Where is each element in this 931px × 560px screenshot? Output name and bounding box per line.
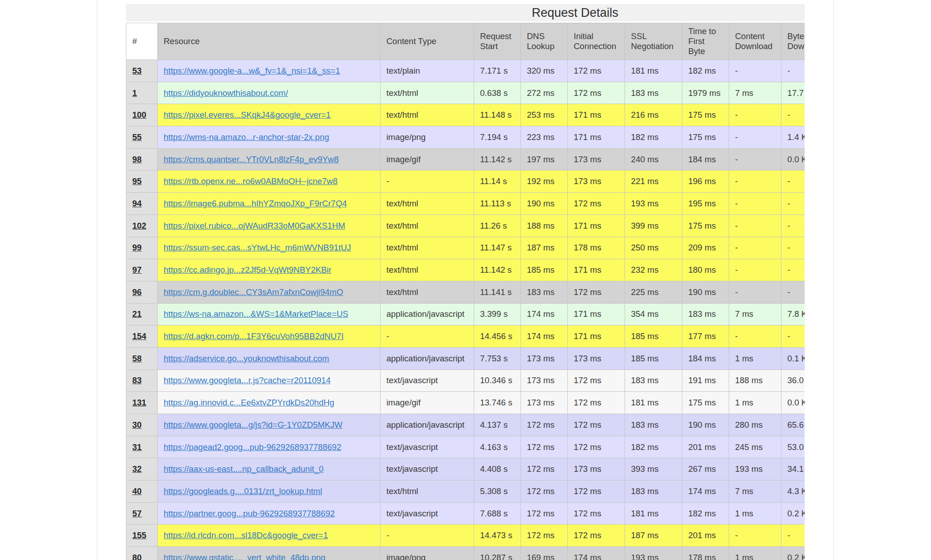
resource-link[interactable]: https://cm.g.doublec...CY3sAm7afxnCowji9… xyxy=(164,287,343,297)
content-download-cell: - xyxy=(729,126,781,149)
request-start-cell: 7.688 s xyxy=(474,502,521,525)
resource-link[interactable]: https://pixel.everes...SKqkJ4&google_cve… xyxy=(164,110,331,120)
table-row: 58https://adservice.go...youknowthisabou… xyxy=(126,347,805,370)
request-number-link[interactable]: 30 xyxy=(132,420,142,430)
request-start-cell: 4.163 s xyxy=(474,436,521,458)
resource-link[interactable]: https://googleads.g....0131/zrt_lookup.h… xyxy=(164,486,322,496)
request-start-cell: 11.26 s xyxy=(474,215,521,237)
request-number-cell: 1 xyxy=(126,82,158,104)
time-to-first-byte-cell: 201 ms xyxy=(682,436,729,458)
content-download-cell: 1 ms xyxy=(729,502,781,525)
time-to-first-byte-cell: 267 ms xyxy=(682,458,729,480)
resource-link[interactable]: https://rtb.openx.ne...ro6w0ABMoOH--jcne… xyxy=(164,176,338,186)
request-details-viewport: Request Details # Resource Content Type … xyxy=(126,0,805,560)
time-to-first-byte-cell: 175 ms xyxy=(682,126,729,149)
col-header-time-to-first-byte: Time to First Byte xyxy=(682,23,729,60)
content-type-cell: text/html xyxy=(380,104,474,126)
table-row: 96https://cm.g.doublec...CY3sAm7afxnCowj… xyxy=(126,281,805,303)
request-number-link[interactable]: 55 xyxy=(132,132,142,142)
resource-link[interactable]: https://ag.innovid.c...Ee6xtvZPYrdkDs20h… xyxy=(164,398,334,407)
request-start-cell: 10.287 s xyxy=(474,547,521,560)
resource-link[interactable]: https://partner.goog...pub-9629268937788… xyxy=(164,509,335,518)
ssl-negotiation-cell: 240 ms xyxy=(625,148,682,170)
request-number-link[interactable]: 1 xyxy=(132,88,137,98)
resource-link[interactable]: https://d.agkn.com/p...1F3Y6cuVoh95BB2dN… xyxy=(164,331,344,341)
resource-link[interactable]: https://pixel.rubico...ojWAudR33oM0GaKXS… xyxy=(164,221,345,230)
request-number-link[interactable]: 80 xyxy=(132,553,142,560)
table-row: 155https://id.rlcdn.com...sl18Dc&google_… xyxy=(126,525,805,547)
resource-link[interactable]: https://pagead2.goog...pub-9629268937788… xyxy=(164,442,341,452)
resource-link[interactable]: https://aax-us-east....np_callback_aduni… xyxy=(164,464,324,474)
resource-link[interactable]: https://id.rlcdn.com...sl18Dc&google_cve… xyxy=(164,530,328,540)
request-start-cell: 14.473 s xyxy=(474,525,521,547)
content-download-cell: 1 ms xyxy=(729,347,781,370)
resource-link[interactable]: https://ssum-sec.cas...sYtwLHc_m6mWVNB91… xyxy=(164,243,351,252)
resource-cell: https://didyouknowthisabout.com/ xyxy=(158,82,380,104)
content-type-cell: text/html xyxy=(380,259,474,281)
dns-lookup-cell: 172 ms xyxy=(521,414,568,436)
request-number-link[interactable]: 155 xyxy=(132,530,146,540)
request-number-link[interactable]: 40 xyxy=(132,486,142,496)
bytes-downloaded-cell: - xyxy=(781,237,805,259)
request-start-cell: 10.346 s xyxy=(474,370,521,392)
resource-link[interactable]: https://image6.pubma...hIhYZmqoJXp_F9rCr… xyxy=(164,199,347,208)
table-row: 100https://pixel.everes...SKqkJ4&google_… xyxy=(126,104,805,126)
bytes-downloaded-cell: - xyxy=(781,259,805,281)
resource-link[interactable]: https://ws-na.amazon...&WS=1&MarketPlace… xyxy=(164,309,348,319)
dns-lookup-cell: 174 ms xyxy=(521,303,568,325)
request-number-link[interactable]: 131 xyxy=(132,398,146,407)
resource-link[interactable]: https://didyouknowthisabout.com/ xyxy=(164,88,288,98)
request-number-link[interactable]: 98 xyxy=(132,155,142,164)
dns-lookup-cell: 320 ms xyxy=(521,60,568,82)
ssl-negotiation-cell: 182 ms xyxy=(625,436,682,458)
resource-cell: https://www.gstatic...._vert_white_48dp.… xyxy=(158,547,380,560)
request-number-link[interactable]: 99 xyxy=(132,243,142,252)
request-number-link[interactable]: 102 xyxy=(132,221,146,230)
request-number-link[interactable]: 95 xyxy=(132,176,142,186)
resource-link[interactable]: https://cms.quantser...YTr0VLn8lzF4p_ev9… xyxy=(164,155,339,164)
content-type-cell: image/gif xyxy=(380,148,474,170)
time-to-first-byte-cell: 195 ms xyxy=(682,193,729,215)
resource-link[interactable]: https://cc.adingo.jp...z2Jf5d-VqWt9NBY2K… xyxy=(164,265,331,275)
content-type-cell: application/javascript xyxy=(380,414,474,436)
ssl-negotiation-cell: 183 ms xyxy=(625,414,682,436)
content-download-cell: 1 ms xyxy=(729,392,781,414)
request-number-link[interactable]: 21 xyxy=(132,309,142,319)
request-start-cell: 11.142 s xyxy=(474,259,521,281)
request-number-link[interactable]: 97 xyxy=(132,265,142,275)
resource-link[interactable]: https://www.googleta...r.js?cache=r20110… xyxy=(164,375,330,385)
content-download-cell: 1 ms xyxy=(729,547,781,560)
request-number-link[interactable]: 100 xyxy=(132,110,146,120)
ssl-negotiation-cell: 187 ms xyxy=(625,525,682,547)
request-number-link[interactable]: 58 xyxy=(132,354,142,363)
ssl-negotiation-cell: 181 ms xyxy=(625,60,682,82)
time-to-first-byte-cell: 175 ms xyxy=(682,104,729,126)
table-row: 21https://ws-na.amazon...&WS=1&MarketPla… xyxy=(126,303,805,325)
request-start-cell: 11.113 s xyxy=(474,193,521,215)
request-number-cell: 57 xyxy=(126,502,158,525)
content-type-cell: text/javascript xyxy=(380,458,474,480)
resource-link[interactable]: https://adservice.go...youknowthisabout.… xyxy=(164,354,329,363)
request-number-link[interactable]: 57 xyxy=(132,509,142,518)
ssl-negotiation-cell: 193 ms xyxy=(625,547,682,560)
bytes-downloaded-cell: 1.4 K xyxy=(781,126,805,149)
resource-link[interactable]: https://www.googleta...g/js?id=G-1Y0ZD5M… xyxy=(164,420,342,430)
request-number-link[interactable]: 53 xyxy=(132,66,142,75)
request-number-link[interactable]: 96 xyxy=(132,287,142,297)
resource-link[interactable]: https://www.gstatic...._vert_white_48dp.… xyxy=(164,553,325,560)
request-number-link[interactable]: 154 xyxy=(132,331,146,341)
request-number-link[interactable]: 94 xyxy=(132,199,142,208)
table-row: 40https://googleads.g....0131/zrt_lookup… xyxy=(126,480,805,503)
initial-connection-cell: 174 ms xyxy=(568,547,625,560)
request-number-link[interactable]: 31 xyxy=(132,442,142,452)
request-number-cell: 97 xyxy=(126,259,158,281)
table-row: 55https://wms-na.amazo...r-anchor-star-2… xyxy=(126,126,805,149)
dns-lookup-cell: 173 ms xyxy=(521,392,568,414)
resource-link[interactable]: https://www.google-a...w&_fv=1&_nsi=1&_s… xyxy=(164,66,340,75)
request-number-link[interactable]: 32 xyxy=(132,464,142,474)
request-number-cell: 21 xyxy=(126,303,158,325)
content-download-cell: - xyxy=(729,237,781,259)
resource-link[interactable]: https://wms-na.amazo...r-anchor-star-2x.… xyxy=(164,132,329,142)
request-number-link[interactable]: 83 xyxy=(132,375,142,385)
initial-connection-cell: 172 ms xyxy=(568,370,625,392)
